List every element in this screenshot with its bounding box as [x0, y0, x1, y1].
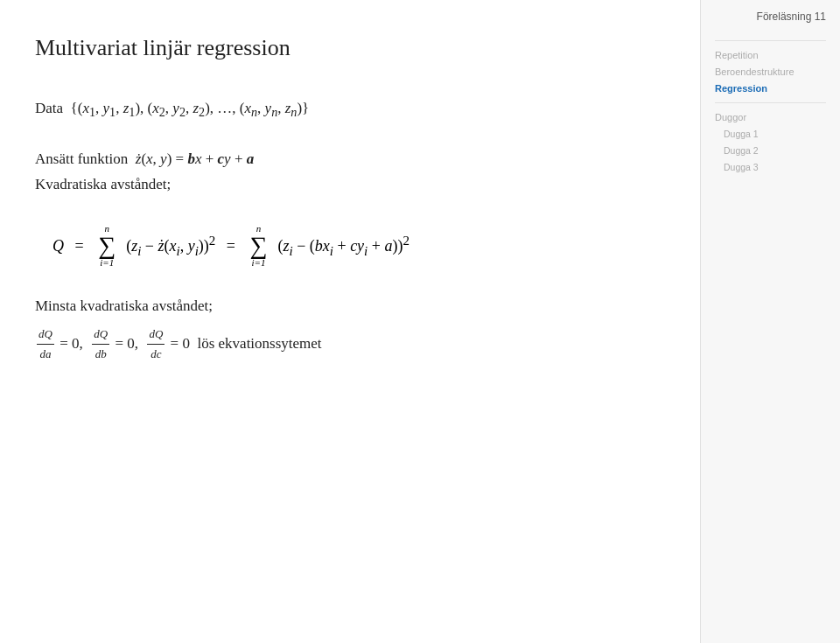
frac-da: dQ da	[37, 325, 54, 364]
sigma2: n ∑ i=1	[249, 224, 267, 268]
sidebar: Föreläsning 11 Repetition Beroendestrukt…	[700, 0, 840, 643]
sidebar-item-beroendestrukture[interactable]: Beroendestrukture	[715, 65, 826, 79]
sidebar-divider2	[715, 102, 826, 103]
ansatt-line1: Ansätt funktion ż(x, y) = bx + cy + a	[35, 147, 665, 172]
ansatt-block: Ansätt funktion ż(x, y) = bx + cy + a Kv…	[35, 147, 665, 198]
sidebar-item-dugga3[interactable]: Dugga 3	[715, 160, 826, 174]
frac-db: dQ db	[92, 325, 109, 364]
page-title: Multivariat linjär regression	[35, 35, 665, 61]
formula-Q: Q = n ∑ i=1 (zi − ż(xi, yi))2 = n ∑ i=1 …	[52, 224, 665, 268]
main-content: Multivariat linjär regression Data {(x1,…	[0, 0, 700, 643]
lecture-label: Föreläsning 11	[715, 10, 826, 23]
sigma1: n ∑ i=1	[98, 224, 116, 268]
minsta-line2: dQ da = 0, dQ db = 0, dQ dc = 0 lös ekva…	[35, 325, 665, 364]
sidebar-item-duggor[interactable]: Duggor	[715, 110, 826, 124]
sidebar-item-regression[interactable]: Regression	[715, 81, 826, 95]
minsta-block: Minsta kvadratiska avståndet; dQ da = 0,…	[35, 294, 665, 364]
minsta-line1: Minsta kvadratiska avståndet;	[35, 294, 665, 319]
sidebar-item-dugga2[interactable]: Dugga 2	[715, 143, 826, 157]
ansatt-line2: Kvadratiska avståndet;	[35, 172, 665, 198]
sidebar-item-repetition[interactable]: Repetition	[715, 48, 826, 62]
sidebar-divider	[715, 40, 826, 41]
data-line: Data {(x1, y1, z1), (x2, y2, z2), …, (xn…	[35, 96, 665, 122]
frac-dc: dQ dc	[147, 325, 164, 364]
sidebar-item-dugga1[interactable]: Dugga 1	[715, 127, 826, 141]
data-block: Data {(x1, y1, z1), (x2, y2, z2), …, (xn…	[35, 96, 665, 122]
